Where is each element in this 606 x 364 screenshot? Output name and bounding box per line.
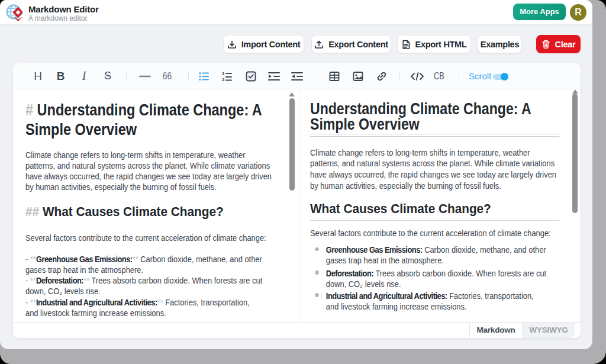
svg-text:1: 1: [222, 71, 225, 76]
svg-text:2: 2: [222, 77, 225, 82]
